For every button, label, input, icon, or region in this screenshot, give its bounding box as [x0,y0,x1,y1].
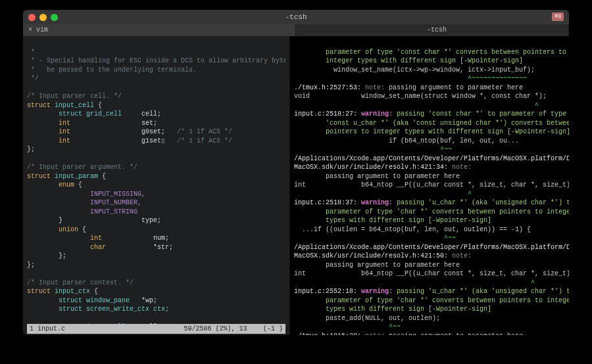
shortcut-badge: ⌘3 [552,12,564,21]
tab-vim[interactable]: × vim [23,24,296,36]
status-filename: 1 input.c [30,325,65,334]
vim-pane[interactable]: * * - Special handling for ESC inside a … [23,36,290,335]
status-right: (-1 ) [263,325,283,334]
vim-statusbar: 1 input.c 59/2586 (2%), 13 (-1 ) [27,324,285,334]
split-panes: * * - Special handling for ESC inside a … [23,36,569,335]
window-title: -tcsh [23,12,569,22]
tab-label: -tcsh [305,26,568,35]
tab-tcsh[interactable]: -tcsh [296,24,569,36]
status-position: 59/2586 (2%), 13 [81,325,247,334]
terminal-window: -tcsh ⌘3 × vim -tcsh * * - Special handl… [23,10,569,335]
vim-editor[interactable]: * * - Special handling for ESC inside a … [27,39,285,324]
tab-label: vim [36,26,48,35]
shell-pane[interactable]: parameter of type 'const char *' convert… [290,36,569,335]
tab-close-icon[interactable]: × [28,26,32,35]
tab-bar: × vim -tcsh [23,24,569,36]
titlebar[interactable]: -tcsh ⌘3 [23,10,569,24]
